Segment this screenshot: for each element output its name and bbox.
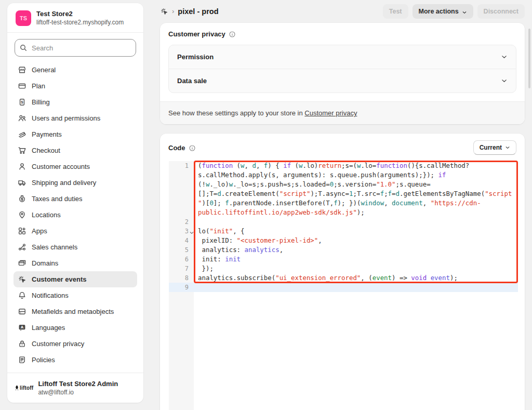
code-token [427, 274, 430, 282]
customer-privacy-card-footer: See how these settings apply to your sto… [160, 101, 525, 124]
code-token: .getElementsByTagName( [400, 190, 485, 197]
sidebar-footer[interactable]: liftoff Liftoff Test Store2 Admin atw@li… [7, 373, 143, 403]
customer-events-icon [18, 275, 26, 284]
sidebar-item-label: Policies [32, 356, 55, 364]
sidebar-item-label: Notifications [32, 292, 69, 299]
sidebar-item-label: Customer privacy [32, 340, 84, 348]
sidebar-item-plan[interactable]: Plan [14, 78, 137, 94]
sidebar-item-label: Taxes and duties [32, 195, 83, 203]
sidebar-item-locations[interactable]: Locations [14, 207, 137, 223]
money-bag-icon [18, 194, 26, 203]
code-token: analytics [245, 246, 280, 254]
code-editor[interactable]: 1(function (w, d, f) { if (w.lo)return;s… [169, 161, 518, 410]
gutter-line-number-4: 4 [169, 236, 194, 245]
sidebar-item-general[interactable]: General [14, 62, 137, 78]
sidebar-item-billing[interactable]: $Billing [14, 94, 137, 110]
main-content: › pixel - prod TestMore actionsDisconnec… [160, 0, 525, 410]
code-token: "1.0" [376, 180, 395, 188]
payments-icon [18, 130, 26, 139]
code-token: ]; [214, 199, 225, 207]
sidebar-item-customer-privacy[interactable]: Customer privacy [14, 336, 137, 352]
code-token: "script" [280, 190, 311, 197]
code-token: document [392, 199, 423, 207]
admin-email: atw@liftoff.io [38, 389, 118, 396]
sidebar-item-notifications[interactable]: Notifications [14, 287, 137, 303]
code-token: .parentNode.insertBefore(T, [229, 199, 334, 207]
sidebar-item-checkout[interactable]: Checkout [14, 142, 137, 158]
code-token: w [241, 162, 244, 169]
header-actions: TestMore actionsDisconnect [383, 4, 525, 19]
sidebar-item-customer-accounts[interactable]: Customer accounts [14, 158, 137, 175]
customer-privacy-card-title: Customer privacy [168, 30, 225, 38]
code-line-4[interactable]: pixelID: "<customer-pixel-id>", [194, 236, 518, 245]
accordion-row-data-sale[interactable]: Data sale [169, 69, 516, 92]
code-line-8[interactable]: analytics.subscribe("ui_extension_errore… [194, 273, 518, 283]
svg-text:$: $ [21, 100, 23, 104]
sidebar-item-payments[interactable]: Payments [14, 126, 137, 142]
sidebar-item-label: Domains [32, 259, 58, 267]
code-token: d [217, 190, 221, 197]
code-line-1[interactable]: (function (w, d, f) { if (w.lo)return;s=… [194, 161, 518, 217]
code-token: , [245, 162, 252, 169]
gutter-line-number-9: 9 [169, 283, 194, 292]
button-label: Test [389, 8, 402, 15]
rocket-icon [15, 385, 19, 391]
code-token: = [392, 190, 395, 197]
code-token: );T.async= [310, 190, 349, 197]
gutter-line-number-1: 1 [169, 161, 194, 217]
sidebar-item-label: Payments [32, 130, 62, 138]
search-input[interactable] [15, 39, 136, 57]
code-token: function [202, 162, 233, 169]
sidebar-item-domains[interactable]: Domains [14, 255, 137, 271]
code-token: ( [291, 162, 299, 169]
code-token: , [318, 236, 322, 244]
sidebar-item-sales-channels[interactable]: Sales channels [14, 239, 137, 255]
code-token: , [423, 199, 431, 207]
code-line-3[interactable]: lo("init", { [194, 227, 518, 236]
domains-icon [18, 259, 26, 268]
accordion-row-label: Data sale [177, 77, 207, 85]
sidebar-item-users-and-permissions[interactable]: Users and permissions [14, 110, 137, 126]
sidebar-item-languages[interactable]: ALanguages [14, 320, 137, 336]
chevron-down-icon [501, 54, 508, 60]
sidebar-item-label: Plan [32, 82, 45, 90]
test-button[interactable]: Test [383, 4, 408, 19]
code-line-9[interactable] [194, 283, 518, 292]
code-token: , ( [361, 274, 372, 282]
admin-info: Liftoff Test Store2 Admin atw@liftoff.io [38, 380, 118, 396]
liftoff-logo: liftoff [15, 385, 33, 391]
chevron-down-icon [462, 9, 467, 15]
customer-privacy-link[interactable]: Customer privacy [304, 109, 357, 117]
info-icon[interactable] [229, 31, 236, 38]
code-line-6[interactable]: init: init [194, 255, 518, 264]
sidebar-item-taxes-and-duties[interactable]: Taxes and duties [14, 191, 137, 207]
code-token: ._lo=s;s.push=s;s.loaded= [233, 180, 330, 188]
code-token: , [384, 199, 392, 207]
disconnect-button[interactable]: Disconnect [477, 4, 525, 19]
code-token: ;s.version= [334, 180, 376, 188]
sidebar-item-metafields-and-metaobjects[interactable]: Metafields and metaobjects [14, 303, 137, 320]
sidebar-item-label: Customer accounts [32, 163, 90, 170]
store-header[interactable]: TS Test Store2 liftoff-test-store2.mysho… [7, 3, 143, 32]
version-selector-button[interactable]: Current [473, 140, 516, 155]
sidebar-item-policies[interactable]: Policies [14, 352, 137, 368]
app: { "sidebar": { "store": { "initials": "T… [0, 0, 532, 410]
code-line-5[interactable]: analytics: analytics, [194, 245, 518, 255]
code-token: .createElement( [221, 190, 280, 197]
sidebar-item-shipping-and-delivery[interactable]: Shipping and delivery [14, 175, 137, 191]
code-token: ); })( [338, 199, 361, 207]
gutter-line-number-5: 5 [169, 245, 194, 255]
code-line-2[interactable] [194, 217, 518, 227]
code-token: ;T.src= [353, 190, 380, 197]
vertical-scrollbar[interactable] [528, 29, 530, 88]
code-token: .lo= [361, 162, 376, 169]
sidebar-search [15, 39, 136, 57]
sidebar-item-apps[interactable]: Apps [14, 223, 137, 239]
info-icon[interactable] [189, 144, 196, 152]
accordion-row-permission[interactable]: Permission [169, 45, 516, 69]
code-line-7[interactable]: }); [194, 264, 518, 273]
sidebar-item-customer-events[interactable]: Customer events [14, 271, 137, 287]
code-token: f [388, 190, 392, 197]
accordion-row-label: Permission [177, 53, 214, 61]
more-actions-button[interactable]: More actions [413, 4, 473, 19]
